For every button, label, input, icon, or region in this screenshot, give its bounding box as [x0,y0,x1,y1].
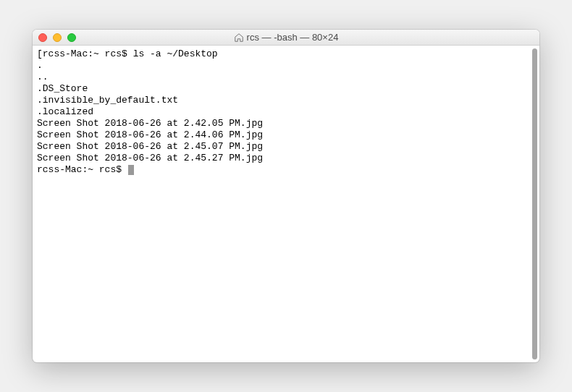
output-line: .. [37,72,535,83]
cursor [128,165,134,175]
window-title: rcs — -bash — 80×24 [38,32,534,43]
prompt-text: rcss-Mac:~ rcs$ [37,164,127,175]
output-line: Screen Shot 2018-06-26 at 2.42.05 PM.jpg [37,118,535,129]
output-line: .localized [37,106,535,118]
output-line: Screen Shot 2018-06-26 at 2.44.06 PM.jpg [37,129,535,141]
terminal-prompt-line: rcss-Mac:~ rcs$ [37,164,535,176]
output-line: . [37,60,535,72]
minimize-button[interactable] [53,33,62,42]
maximize-button[interactable] [67,33,76,42]
scrollbar[interactable] [528,48,539,359]
window-title-text: rcs — -bash — 80×24 [247,32,339,43]
scrollbar-thumb[interactable] [532,48,537,359]
terminal-window: rcs — -bash — 80×24 [rcss-Mac:~ rcs$ ls … [33,30,539,362]
close-button[interactable] [38,33,47,42]
home-icon [234,33,244,43]
terminal-content[interactable]: [rcss-Mac:~ rcs$ ls -a ~/Desktop....DS_S… [33,46,539,362]
output-line: .DS_Store [37,83,535,95]
prompt-prefix: [rcss-Mac:~ rcs$ [37,48,133,59]
output-line: .invisible_by_default.txt [37,95,535,106]
command-text: ls -a ~/Desktop [133,48,218,59]
output-line: Screen Shot 2018-06-26 at 2.45.07 PM.jpg [37,141,535,153]
terminal-command-line: [rcss-Mac:~ rcs$ ls -a ~/Desktop [37,48,535,60]
traffic-lights [38,33,76,42]
output-line: Screen Shot 2018-06-26 at 2.45.27 PM.jpg [37,153,535,164]
title-bar[interactable]: rcs — -bash — 80×24 [33,30,539,46]
